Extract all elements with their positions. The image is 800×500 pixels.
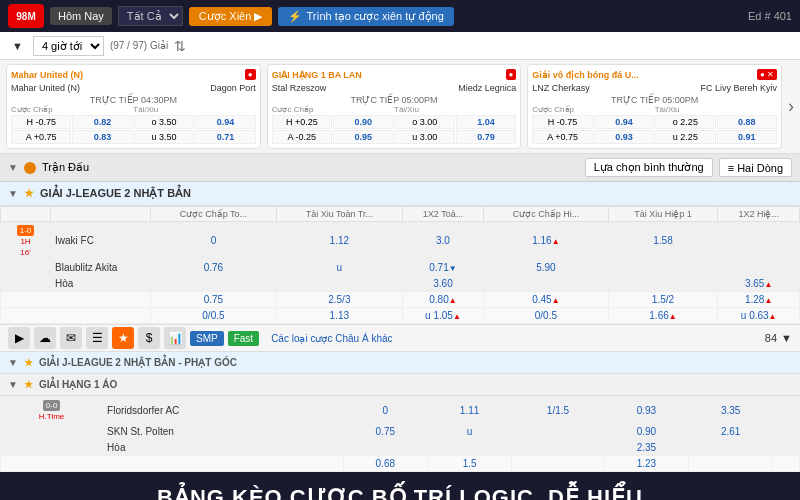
handicap-val[interactable]: 0	[151, 222, 277, 260]
draw-odds2[interactable]: 3.65▲	[718, 276, 800, 292]
cuoc-xien-btn[interactable]: Cược Xiên ▶	[189, 7, 273, 26]
extra-l2-2[interactable]: 1.5	[427, 456, 511, 472]
tx-val[interactable]: 3.0	[402, 222, 483, 260]
tat-ca-select[interactable]: Tất Cả	[118, 6, 183, 26]
fast-btn[interactable]: Fast	[228, 331, 259, 346]
odds-cell[interactable]: A +0.75	[532, 130, 592, 144]
arrows-icon[interactable]: ⇅	[174, 38, 186, 54]
odds-cell[interactable]: H -0.75	[11, 115, 71, 129]
more-leagues-btn[interactable]: Các loại cược Châu Á khác	[263, 331, 400, 346]
odds-ou[interactable]: u 2.25	[655, 130, 715, 144]
lua-chon-btn[interactable]: Lựa chọn bình thường	[585, 158, 713, 177]
extra-x24[interactable]: u 0.63▲	[718, 308, 800, 324]
odds-ou[interactable]: u 3.50	[134, 130, 194, 144]
tool-mail[interactable]: ✉	[60, 327, 82, 349]
odds-ou[interactable]: o 3.50	[134, 115, 194, 129]
chevron-icon[interactable]: ▼	[8, 162, 18, 173]
extra-l2-4[interactable]: 1.23	[604, 456, 688, 472]
odds-val[interactable]: 0.95	[333, 130, 393, 144]
extra-tx4[interactable]: 1.66▲	[608, 308, 718, 324]
odds-val[interactable]: 0.71	[195, 130, 255, 144]
league2-star1[interactable]: ★	[24, 357, 33, 368]
extra-x23[interactable]: u 1.05▲	[402, 308, 483, 324]
footer-banner: BẢNG KÈO CƯỢC BỐ TRÍ LOGIC, DỄ HIỂU	[0, 472, 800, 500]
extra-l2-1[interactable]: 0.68	[343, 456, 427, 472]
odds-val[interactable]: 0.88	[717, 115, 777, 129]
l2-odds1[interactable]: 0	[343, 397, 427, 424]
odds-ou[interactable]: u 3.00	[395, 130, 455, 144]
draw-odds[interactable]: 3.60	[402, 276, 483, 292]
odds-grid-0[interactable]: H -0.75 0.82 o 3.50 0.94 A +0.75 0.83 u …	[11, 115, 256, 144]
table-row: SKN St. Polten 0.75 u 0.90 2.61	[1, 424, 800, 440]
tool-play[interactable]: ▶	[8, 327, 30, 349]
extra-chap2[interactable]: 0.45▲	[484, 292, 608, 308]
league2-name2: GIẢI HẠNG 1 ÁO	[39, 379, 117, 390]
league2-star2[interactable]: ★	[24, 379, 33, 390]
l2-odds6[interactable]: 0.75	[343, 424, 427, 440]
card-league-2: Giải vô địch bóng đá U...	[532, 70, 639, 80]
odds-val[interactable]: 0.94	[594, 115, 654, 129]
chap-hi-val[interactable]: 1.58	[608, 222, 718, 260]
smp-btn[interactable]: SMP	[190, 331, 224, 346]
league1-chevron[interactable]: ▼	[8, 188, 18, 199]
odds-val[interactable]: 0.94	[195, 115, 255, 129]
logo-icon: 98M	[8, 4, 44, 28]
tx-val2[interactable]: 0.71▼	[402, 260, 483, 276]
extra-tx2[interactable]: 1.5/2	[608, 292, 718, 308]
league2-chevron2[interactable]: ▼	[8, 379, 18, 390]
l2-odds9[interactable]: 2.61	[689, 424, 773, 440]
taixin-val[interactable]: 1.12	[276, 222, 402, 260]
odds-cell[interactable]: H +0.25	[272, 115, 332, 129]
odds-cell[interactable]: H -0.75	[532, 115, 592, 129]
hom-nay-btn[interactable]: Hôm Nay	[50, 7, 112, 25]
odds-val[interactable]: 0.91	[717, 130, 777, 144]
odds-cell[interactable]: A -0.25	[272, 130, 332, 144]
extra-x22[interactable]: 1.28▲	[718, 292, 800, 308]
odds-grid-1[interactable]: H +0.25 0.90 o 3.00 1.04 A -0.25 0.95 u …	[272, 115, 517, 144]
page-select[interactable]: ▼	[781, 332, 792, 344]
odds-val[interactable]: 0.90	[333, 115, 393, 129]
tool-star[interactable]: ★	[112, 327, 134, 349]
tool-cloud[interactable]: ☁	[34, 327, 56, 349]
l2-empty2	[512, 424, 605, 440]
odds-val[interactable]: 0.82	[72, 115, 132, 129]
league2-chevron1[interactable]: ▼	[8, 357, 18, 368]
l2-empty3	[773, 424, 800, 440]
extra-chap4[interactable]: 0/0.5	[484, 308, 608, 324]
star-icon[interactable]: ★	[24, 187, 34, 200]
x2-val2[interactable]: 5.90	[484, 260, 608, 276]
odds-val[interactable]: 0.93	[594, 130, 654, 144]
filter-link-all[interactable]: ▼	[8, 38, 27, 54]
l2-odds2[interactable]: 1.11	[427, 397, 511, 424]
taixin-val2[interactable]: u	[276, 260, 402, 276]
cards-row: Mahar United (N) ● Mahar United (N) Dago…	[0, 60, 800, 154]
l2-odds3[interactable]: 1/1.5	[512, 397, 605, 424]
hai-dong-btn[interactable]: ≡ Hai Dòng	[719, 158, 792, 177]
card-scroll-right[interactable]: ›	[788, 96, 794, 117]
team1-l2: Floridsdorfer AC	[103, 397, 344, 424]
extra-chap[interactable]: 0.75	[151, 292, 277, 308]
draw-l2-odds[interactable]: 2.35	[604, 440, 688, 456]
tool-dollar[interactable]: $	[138, 327, 160, 349]
tool-list[interactable]: ☰	[86, 327, 108, 349]
tool-chart[interactable]: 📊	[164, 327, 186, 349]
l2-odds7[interactable]: u	[427, 424, 511, 440]
odds-ou[interactable]: o 3.00	[395, 115, 455, 129]
odds-ou[interactable]: o 2.25	[655, 115, 715, 129]
odds-grid-2[interactable]: H -0.75 0.94 o 2.25 0.88 A +0.75 0.93 u …	[532, 115, 777, 144]
extra-chap3[interactable]: 0/0.5	[151, 308, 277, 324]
handicap-val2[interactable]: 0.76	[151, 260, 277, 276]
extra-x2[interactable]: 0.80▲	[402, 292, 483, 308]
l2-odds5[interactable]: 3.35	[689, 397, 773, 424]
odds-cell[interactable]: A +0.75	[11, 130, 71, 144]
odds-val[interactable]: 0.79	[456, 130, 516, 144]
odds-val[interactable]: 1.04	[456, 115, 516, 129]
time-filter-select[interactable]: 4 giờ tới	[33, 36, 104, 56]
extra-tx3[interactable]: 1.13	[276, 308, 402, 324]
trinh-tao-btn[interactable]: ⚡ Trình tạo cược xiên tự động	[278, 7, 453, 26]
extra-tx[interactable]: 2.5/3	[276, 292, 402, 308]
x2-val[interactable]: 1.16▲	[484, 222, 608, 260]
odds-val[interactable]: 0.83	[72, 130, 132, 144]
l2-odds8[interactable]: 0.90	[604, 424, 688, 440]
l2-odds4[interactable]: 0.93	[604, 397, 688, 424]
